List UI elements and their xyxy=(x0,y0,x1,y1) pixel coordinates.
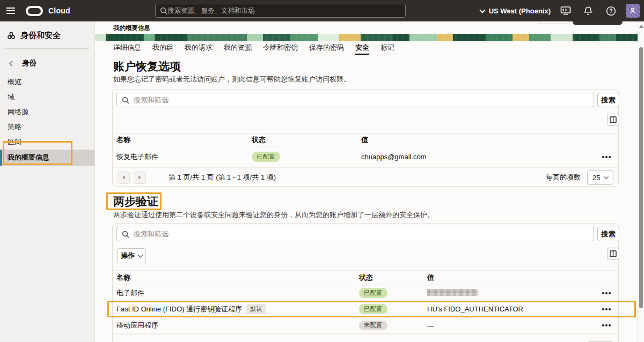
two-step-filter-input[interactable] xyxy=(134,230,589,238)
table-row-recovery-email: 恢复电子邮件 已配置 chuapps@gmail.com xyxy=(113,146,618,168)
prev-page-button[interactable] xyxy=(118,172,130,184)
row-value: HU's FIDO_AUTHENTICATOR xyxy=(427,305,595,313)
sidebar-item-my-profile[interactable]: 我的概要信息 xyxy=(0,150,94,166)
table-row-email: 电子邮件 已配置 xyxy=(113,285,618,301)
row-actions-icon[interactable] xyxy=(605,292,608,294)
section-title-two-step: 两步验证 xyxy=(113,194,158,209)
cloud-shell-icon[interactable] xyxy=(558,3,573,18)
row-value: — xyxy=(427,322,595,330)
sidebar-title: 身份和安全 xyxy=(20,31,61,41)
pagination-text: 第 1 页/共 1 页 (第 1 - 1 项/共 1 项) xyxy=(169,173,276,182)
svg-text:?: ? xyxy=(609,8,612,14)
user-avatar[interactable] xyxy=(626,4,640,18)
chevron-left-icon xyxy=(10,61,15,66)
tab-tags[interactable]: 标记 xyxy=(380,43,394,55)
oracle-logo-icon xyxy=(26,6,43,16)
status-badge: 已配置 xyxy=(252,152,280,162)
tab-saved-passwords[interactable]: 保存的密码 xyxy=(309,43,344,55)
row-actions-icon[interactable] xyxy=(605,308,608,310)
scrollbar-thumb[interactable] xyxy=(639,47,643,308)
row-actions-icon[interactable] xyxy=(605,324,608,326)
tab-my-resources[interactable]: 我的资源 xyxy=(224,43,252,55)
profile-banner-image xyxy=(95,34,638,41)
row-value: chuapps@gmail.com xyxy=(361,153,595,161)
column-header-name[interactable]: 名称 xyxy=(113,273,359,282)
row-name: 移动应用程序 xyxy=(113,321,359,330)
search-icon xyxy=(122,231,129,238)
search-icon xyxy=(122,96,129,104)
column-header-status[interactable]: 状态 xyxy=(359,273,427,282)
per-page-label: 每页的项数 xyxy=(546,173,581,182)
actions-dropdown-button[interactable]: 操作 xyxy=(117,248,146,263)
notifications-bell-icon[interactable] xyxy=(581,3,596,18)
row-name: Fast ID Online (FIDO) 通行密钥验证程序 xyxy=(116,304,242,314)
two-step-panel: 搜索 操作 名称 状态 值 电子邮件 已配置 Fast ID Online (F… xyxy=(112,223,619,342)
actions-label: 操作 xyxy=(121,251,135,261)
section-desc-account-recovery: 如果您忘记了密码或者无法访问账户，则此信息可帮助您恢复账户访问权限。 xyxy=(113,75,350,84)
column-header-name[interactable]: 名称 xyxy=(113,135,252,145)
recovery-search-button[interactable]: 搜索 xyxy=(597,93,619,107)
help-icon[interactable]: ? xyxy=(603,3,618,18)
tab-tokens-keys[interactable]: 令牌和密钥 xyxy=(263,43,298,55)
tab-my-groups[interactable]: 我的组 xyxy=(152,43,173,55)
arrow-right-icon xyxy=(138,175,141,180)
sidebar-item-compartments[interactable]: 区间 xyxy=(0,135,94,150)
two-step-filter[interactable] xyxy=(116,227,594,241)
chevron-down-icon xyxy=(138,252,143,258)
tab-security[interactable]: 安全 xyxy=(355,43,369,55)
recovery-panel: 搜索 名称 状态 值 恢复电子邮件 已配置 chuapps@gmail.com … xyxy=(112,89,619,187)
manage-columns-button[interactable] xyxy=(607,248,619,260)
next-page-button[interactable] xyxy=(134,172,146,184)
status-badge: 已配置 xyxy=(359,304,387,314)
vertical-scrollbar[interactable] xyxy=(638,21,644,342)
tab-details[interactable]: 详细信息 xyxy=(113,43,141,55)
recovery-pagination: 第 1 页/共 1 页 (第 1 - 1 项/共 1 项) 每页的项数 25 xyxy=(113,168,618,187)
section-desc-two-step: 两步验证通过使用第二个设备或安全问题来验证您的身份，从而为您的账户增加了一层额外… xyxy=(113,210,434,220)
breadcrumb[interactable]: 我的概要信息 xyxy=(113,24,150,32)
sidebar-item-overview[interactable]: 概览 xyxy=(0,75,94,90)
section-title-account-recovery: 账户恢复选项 xyxy=(113,59,181,74)
region-label: US West (Phoenix) xyxy=(489,7,551,15)
recovery-filter-input[interactable] xyxy=(134,96,589,104)
chevron-down-icon xyxy=(604,174,608,179)
hamburger-menu-icon[interactable] xyxy=(0,0,21,21)
sidebar: 身份和安全 身份 概览 域 网络源 策略 区间 我的概要信息 xyxy=(0,21,95,342)
column-header-status[interactable]: 状态 xyxy=(252,135,361,145)
profile-tabs: 详细信息 我的组 我的请求 我的资源 令牌和密钥 保存的密码 安全 标记 xyxy=(95,43,638,55)
two-step-table-header: 名称 状态 值 xyxy=(113,270,618,285)
per-page-select[interactable]: 25 xyxy=(587,170,613,185)
row-name: 恢复电子邮件 xyxy=(113,152,252,162)
tab-my-requests[interactable]: 我的请求 xyxy=(185,43,213,55)
two-step-pagination xyxy=(113,334,618,342)
recovery-filter[interactable] xyxy=(116,93,594,107)
identity-security-icon xyxy=(7,32,16,40)
search-icon xyxy=(160,7,167,14)
table-row-mobile-app: 移动应用程序 未配置 — xyxy=(113,317,618,334)
status-badge: 未配置 xyxy=(359,321,387,331)
column-header-value[interactable]: 值 xyxy=(361,135,595,145)
region-selector[interactable]: US West (Phoenix) xyxy=(480,7,551,15)
topbar: Cloud US West (Phoenix) ? xyxy=(0,0,644,21)
column-header-value[interactable]: 值 xyxy=(427,273,595,282)
arrow-left-icon xyxy=(122,175,125,180)
row-name: 电子邮件 xyxy=(113,288,359,298)
row-actions-icon[interactable] xyxy=(605,156,608,158)
global-search-input[interactable] xyxy=(167,7,401,14)
chevron-down-icon xyxy=(479,7,485,13)
recovery-table-header: 名称 状态 值 xyxy=(113,133,618,146)
table-row-fido: Fast ID Online (FIDO) 通行密钥验证程序 默认 已配置 HU… xyxy=(113,301,618,317)
default-badge: 默认 xyxy=(246,304,266,314)
sidebar-item-domains[interactable]: 域 xyxy=(0,90,94,105)
per-page-value: 25 xyxy=(592,174,600,182)
global-search[interactable] xyxy=(155,4,406,18)
sidebar-item-policies[interactable]: 策略 xyxy=(0,120,94,135)
two-step-search-button[interactable]: 搜索 xyxy=(597,227,619,241)
manage-columns-button[interactable] xyxy=(607,114,619,126)
sidebar-back-label: 身份 xyxy=(22,58,36,68)
sidebar-item-network-sources[interactable]: 网络源 xyxy=(0,105,94,120)
scrollbar-up-arrow-icon[interactable] xyxy=(639,25,643,28)
brand-label: Cloud xyxy=(48,6,70,15)
sidebar-back-identity[interactable]: 身份 xyxy=(0,49,94,68)
status-badge: 已配置 xyxy=(359,288,387,298)
main-content: 我的概要信息 详细信息 我的组 我的请求 我的资源 令牌和密钥 保存的密码 安全… xyxy=(95,21,638,342)
